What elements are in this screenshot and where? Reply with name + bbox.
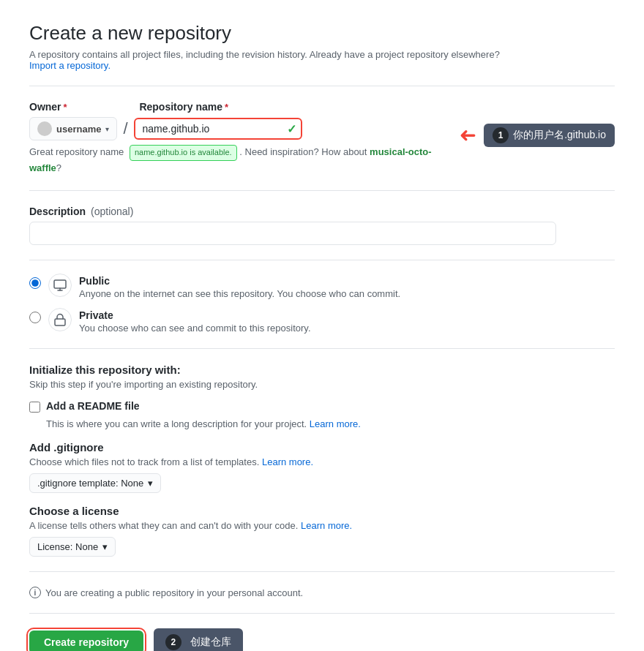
license-section: Choose a license A license tells others … [29,505,615,557]
slash-separator: / [117,117,133,140]
divider-2 [29,190,615,191]
owner-label: Owner * [29,101,117,113]
repo-name-input-wrap: ✓ [134,118,302,140]
description-input[interactable] [29,222,556,245]
dropdown-arrow-icon: ▾ [148,478,153,489]
public-icon [48,274,72,297]
license-dropdown[interactable]: License: None ▾ [29,537,116,557]
readme-row: Add a README file [29,400,615,413]
gitignore-section: Add .gitignore Choose which files not to… [29,441,615,493]
annotation-1: ➜ 1 你的用户名.github.io [460,123,615,147]
divider-3 [29,260,615,260]
private-option: Private You choose who can see and commi… [29,309,615,334]
annotation-box-1: 1 你的用户名.github.io [484,124,615,147]
badge-2: 2 [165,634,181,650]
private-radio[interactable] [29,312,41,323]
private-text: Private You choose who can see and commi… [79,309,311,334]
import-link[interactable]: Import a repository. [29,60,111,71]
availability-badge: name.github.io is available. [130,145,237,161]
checkmark-icon: ✓ [287,122,296,136]
public-radio[interactable] [29,277,41,289]
readme-label: Add a README file [46,400,140,412]
owner-avatar [37,121,52,136]
gitignore-learn-more[interactable]: Learn more. [262,456,313,467]
readme-desc: This is where you can write a long descr… [46,418,615,429]
owner-name: username [56,124,101,135]
license-dropdown-arrow-icon: ▾ [102,541,108,552]
repo-name-input[interactable] [134,118,302,140]
divider-5 [29,571,615,572]
bottom-row: Create repository 2 创建仓库 [29,628,615,651]
initialize-subtitle: Skip this step if you're importing an ex… [29,379,615,390]
license-title: Choose a license [29,505,615,517]
svg-rect-0 [54,280,66,288]
initialize-section: Initialize this repository with: Skip th… [29,364,615,557]
gitignore-dropdown[interactable]: .gitignore template: None ▾ [29,473,161,493]
license-desc: A license tells others what they can and… [29,520,615,531]
description-group: Description (optional) [29,206,615,245]
info-row: i You are creating a public repository i… [29,587,615,598]
create-repository-button[interactable]: Create repository [29,631,143,651]
page-title: Create a new repository [29,22,615,45]
public-option: Public Anyone on the internet can see th… [29,275,615,299]
repo-name-label: Repository name * [139,101,302,113]
red-arrow-icon: ➜ [460,123,476,147]
public-text: Public Anyone on the internet can see th… [79,275,400,299]
license-learn-more[interactable]: Learn more. [301,520,352,531]
owner-dropdown[interactable]: username ▾ [29,117,117,140]
availability-text: Great repository name name.github.io is … [29,145,438,176]
svg-rect-3 [55,319,65,326]
initialize-title: Initialize this repository with: [29,364,615,376]
gitignore-title: Add .gitignore [29,441,615,454]
visibility-group: Public Anyone on the internet can see th… [29,275,615,334]
divider-6 [29,613,615,614]
page-subtitle: A repository contains all project files,… [29,49,615,71]
divider-top [29,86,615,86]
info-icon: i [29,587,41,598]
readme-learn-more[interactable]: Learn more. [310,418,361,429]
gitignore-desc: Choose which files not to track from a l… [29,456,615,467]
divider-4 [29,348,615,349]
chevron-down-icon: ▾ [105,125,109,133]
description-label: Description (optional) [29,206,615,217]
private-icon [48,308,72,331]
readme-checkbox[interactable] [29,402,40,413]
create-chinese-button[interactable]: 2 创建仓库 [154,628,243,651]
